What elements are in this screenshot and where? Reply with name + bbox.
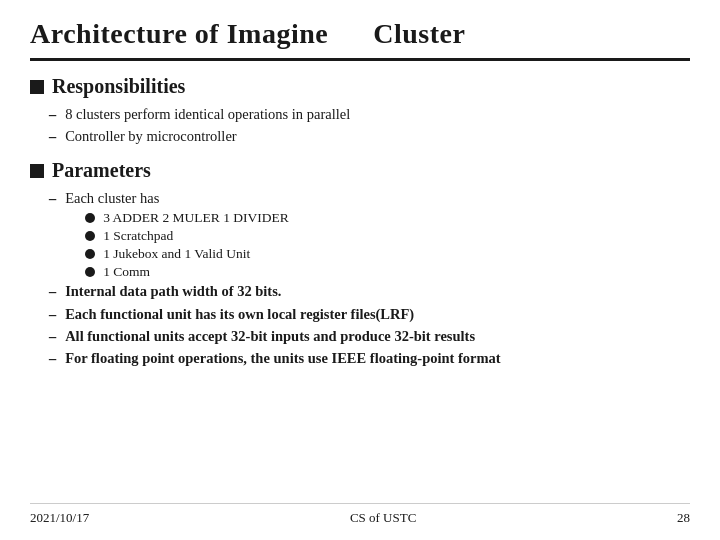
list-item: All functional units accept 32-bit input…	[48, 328, 690, 347]
footer-center: CS of USTC	[350, 510, 416, 526]
dot-icon	[85, 249, 95, 259]
list-item: Each cluster has 3 ADDER 2 MULER 1 DIVID…	[48, 190, 690, 280]
square-icon	[30, 164, 44, 178]
list-item: Each functional unit has its own local r…	[48, 306, 690, 325]
slide-content: Responsibilities 8 clusters perform iden…	[30, 75, 690, 503]
sub-list-item: 1 Comm	[85, 264, 289, 280]
sub-list-item: 1 Scratchpad	[85, 228, 289, 244]
bullet-text: Each functional unit has its own local r…	[65, 306, 414, 323]
parameters-section: Parameters Each cluster has 3 ADDER 2 MU…	[30, 159, 690, 369]
dot-icon	[85, 231, 95, 241]
list-item: For floating point operations, the units…	[48, 350, 690, 369]
responsibilities-title: Responsibilities	[52, 75, 185, 98]
footer-page: 28	[677, 510, 690, 526]
list-item: Controller by microcontroller	[48, 128, 690, 147]
dot-icon	[85, 213, 95, 223]
bullet-text: Internal data path width of 32 bits.	[65, 283, 281, 300]
bullet-text: Each cluster has	[65, 190, 159, 206]
sub-list-item: 3 ADDER 2 MULER 1 DIVIDER	[85, 210, 289, 226]
parameters-heading: Parameters	[30, 159, 690, 182]
square-icon	[30, 80, 44, 94]
slide-title: Architecture of Imagine Cluster	[30, 18, 465, 49]
sub-bullet-text: 3 ADDER 2 MULER 1 DIVIDER	[103, 210, 289, 226]
bullet-text: 8 clusters perform identical operations …	[65, 106, 350, 123]
sub-bullet-list: 3 ADDER 2 MULER 1 DIVIDER 1 Scratchpad 1…	[65, 210, 289, 280]
slide: Architecture of Imagine Cluster Responsi…	[0, 0, 720, 540]
bullet-text: All functional units accept 32-bit input…	[65, 328, 475, 345]
footer-date: 2021/10/17	[30, 510, 89, 526]
sub-list-item: 1 Jukebox and 1 Valid Unit	[85, 246, 289, 262]
title-part1: Architecture of Imagine	[30, 18, 328, 49]
bullet-text: Controller by microcontroller	[65, 128, 237, 145]
title-part2: Cluster	[373, 18, 465, 49]
sub-bullet-text: 1 Jukebox and 1 Valid Unit	[103, 246, 250, 262]
parameters-title: Parameters	[52, 159, 151, 182]
sub-bullet-text: 1 Comm	[103, 264, 150, 280]
responsibilities-list: 8 clusters perform identical operations …	[30, 106, 690, 147]
parameters-list: Each cluster has 3 ADDER 2 MULER 1 DIVID…	[30, 190, 690, 369]
slide-header: Architecture of Imagine Cluster	[30, 18, 690, 61]
bullet-text: For floating point operations, the units…	[65, 350, 501, 367]
list-item: Internal data path width of 32 bits.	[48, 283, 690, 302]
responsibilities-heading: Responsibilities	[30, 75, 690, 98]
slide-footer: 2021/10/17 CS of USTC 28	[30, 503, 690, 526]
dot-icon	[85, 267, 95, 277]
responsibilities-section: Responsibilities 8 clusters perform iden…	[30, 75, 690, 147]
list-item: 8 clusters perform identical operations …	[48, 106, 690, 125]
sub-bullet-text: 1 Scratchpad	[103, 228, 173, 244]
